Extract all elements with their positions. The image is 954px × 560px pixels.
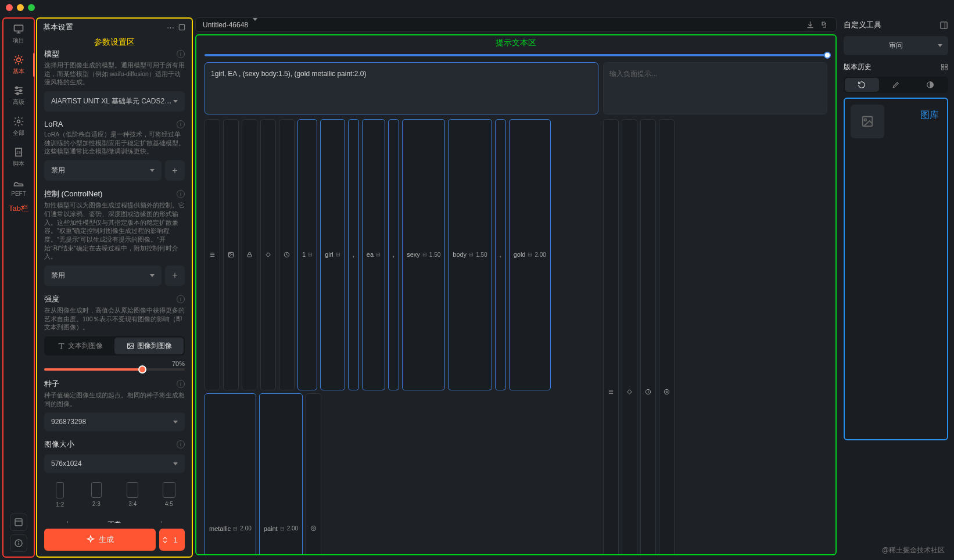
prompt-token-chip[interactable]: body ⊟ 1.50 (448, 119, 492, 390)
right-panel-title: 自定义工具 (844, 20, 881, 30)
right-panel: 自定义工具 审问 版本历史 图库 (838, 15, 954, 560)
seed-desc: 种子值确定图像生成的起点。相同的种子将生成相同的图像。 (44, 391, 185, 408)
aspect-2-3[interactable]: 2:3 (81, 479, 113, 511)
chip-action[interactable] (640, 119, 656, 555)
imagesize-value: 576x1024 (51, 460, 173, 468)
gallery-thumbnail[interactable] (851, 105, 884, 138)
svg-point-29 (128, 344, 130, 345)
prompt-token-chip[interactable]: , (495, 119, 506, 390)
mode-t2i[interactable]: 文本到图像 (45, 338, 114, 354)
seed-dropdown[interactable]: 926873298 (44, 412, 185, 431)
aspect-4-5[interactable]: 4:5 (153, 479, 185, 511)
chevron-down-icon (150, 169, 155, 172)
tab-label: 基本 (13, 67, 24, 76)
negative-prompt-input[interactable]: 输入负面提示... (603, 62, 827, 114)
svg-line-11 (21, 56, 22, 58)
maximize-window-button[interactable] (28, 4, 35, 11)
chip-action[interactable] (603, 119, 619, 555)
controlnet-add-button[interactable]: + (165, 265, 185, 286)
svg-point-56 (865, 119, 867, 121)
imagesize-dropdown[interactable]: 576x1024 (44, 454, 185, 473)
generate-button[interactable]: 生成 (44, 529, 156, 551)
layout-button[interactable] (10, 514, 27, 531)
prompt-token-chip[interactable]: ea ⊟ (362, 119, 385, 390)
prompt-token-chip[interactable]: gold ⊟ 2.00 (509, 119, 551, 390)
info-icon[interactable]: i (177, 190, 185, 198)
history-tabs (844, 77, 948, 93)
model-dropdown[interactable]: AiARTiST UNIT XL 基础单元 CADS2兼... (44, 91, 185, 112)
tab-basic[interactable]: 基本 (3, 49, 34, 80)
collapse-icon[interactable] (178, 23, 186, 32)
list-icon (608, 389, 614, 395)
close-window-button[interactable] (6, 4, 13, 11)
chip-action[interactable] (622, 119, 637, 555)
chip-action[interactable] (306, 393, 321, 556)
download-icon[interactable] (806, 20, 815, 29)
review-dropdown[interactable]: 审问 (844, 36, 948, 55)
document-tab[interactable]: Untitled-46648 (195, 17, 837, 32)
strength-desc: 在从图像生成时，高值会从原始图像中获得更多的艺术自由度。100％表示不受现有图像… (44, 306, 185, 332)
mode-i2i[interactable]: 图像到图像 (114, 338, 184, 354)
prompt-token-chip[interactable]: metallic ⊟ 2.00 (205, 393, 256, 556)
generate-count[interactable]: 1 (159, 529, 185, 551)
lora-add-button[interactable]: + (165, 160, 185, 181)
script-icon: JS (13, 146, 24, 158)
prompt-token-chip[interactable]: paint ⊟ 2.00 (259, 393, 303, 556)
info-icon[interactable]: i (177, 440, 185, 448)
tab-peft[interactable]: PEFT (3, 173, 34, 202)
panel-toggle-icon[interactable] (939, 21, 948, 30)
info-icon[interactable]: i (177, 380, 185, 388)
history-tab-recent[interactable] (845, 78, 879, 92)
info-button[interactable] (10, 534, 27, 552)
lora-dropdown[interactable]: 禁用 (44, 160, 162, 181)
chip-action[interactable] (242, 119, 257, 390)
info-icon[interactable]: i (177, 120, 185, 128)
sparkle-icon (86, 535, 95, 544)
svg-point-18 (17, 120, 20, 123)
clock-icon (284, 252, 290, 258)
shoe-icon (13, 177, 24, 189)
minimize-window-button[interactable] (17, 4, 24, 11)
tabbar-bottom (10, 514, 27, 557)
svg-point-34 (229, 253, 231, 254)
tabbar-annotation: Tab栏 (3, 203, 34, 214)
prompt-balance-slider[interactable] (205, 54, 827, 56)
chip-action[interactable] (260, 119, 276, 390)
prompt-token-chip[interactable]: girl ⊟ (320, 119, 345, 390)
positive-prompt-input[interactable]: 1girl, EA , (sexy body:1.5), (gold metal… (205, 62, 598, 114)
more-icon[interactable]: ⋯ (167, 23, 174, 32)
chip-action[interactable] (223, 119, 239, 390)
prompt-token-chip[interactable]: sexy ⊟ 1.50 (402, 119, 445, 390)
svg-point-44 (666, 391, 668, 393)
prompt-token-chip[interactable]: , (388, 119, 399, 390)
grid-icon[interactable] (941, 63, 948, 71)
clock-icon (645, 389, 651, 395)
share-icon[interactable] (820, 20, 829, 29)
prompt-token-chip[interactable]: 1 ⊟ (297, 119, 317, 390)
tab-advanced[interactable]: 高级 (3, 80, 34, 111)
size-large[interactable]: 大 (138, 517, 185, 523)
tab-script[interactable]: JS 脚本 (3, 142, 34, 173)
tab-project[interactable]: 项目 (3, 19, 34, 49)
window-titlebar (0, 0, 954, 15)
aspect-3-4[interactable]: 3:4 (117, 479, 149, 511)
controlnet-dropdown[interactable]: 禁用 (44, 265, 162, 286)
chip-action[interactable] (659, 119, 675, 555)
info-icon[interactable]: i (177, 50, 185, 58)
size-normal[interactable]: 正常 (91, 517, 138, 523)
history-tab-contrast[interactable] (913, 78, 947, 92)
svg-point-43 (664, 389, 669, 394)
info-icon[interactable]: i (177, 295, 185, 303)
prompt-token-chip[interactable]: , (348, 119, 359, 390)
strength-title: 强度 (44, 294, 59, 304)
history-tab-edit[interactable] (879, 78, 913, 92)
target-icon (310, 525, 317, 532)
tab-all[interactable]: 全部 (3, 111, 34, 142)
svg-point-3 (17, 58, 21, 62)
aspect-1-2[interactable]: 1:2 (44, 479, 76, 511)
size-small[interactable]: 小 (44, 517, 91, 523)
strength-slider[interactable] (44, 368, 185, 371)
chip-action[interactable] (205, 119, 220, 390)
chip-action[interactable] (279, 119, 295, 390)
svg-line-9 (21, 62, 22, 63)
